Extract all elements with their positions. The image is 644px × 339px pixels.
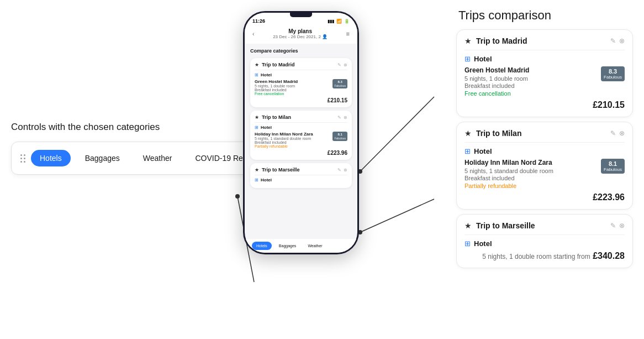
hotel-label-marseille: Hotel <box>261 178 272 182</box>
comp-hotel-label-madrid: Hotel <box>474 55 492 63</box>
hotel-score-madrid: 8.3 Fabulous <box>332 79 347 88</box>
comp-price-madrid: £210.15 <box>464 100 625 110</box>
star-icon-marseille: ★ <box>255 167 259 173</box>
hotel-grid-icon-madrid: ⊞ <box>255 72 258 77</box>
marseille-trip-name: Trip to Marseille <box>262 167 300 173</box>
comp-card-madrid: ★ Trip to Madrid ✎ ⊗ ⊞ Hotel Green Hoste… <box>456 29 633 117</box>
comp-close-icon-marseille[interactable]: ⊗ <box>619 222 625 230</box>
comparison-panel: Trips comparison ★ Trip to Madrid ✎ ⊗ ⊞ … <box>456 8 633 273</box>
comp-hotel-label-milan: Hotel <box>474 147 492 155</box>
close-icon-marseille[interactable]: ⊗ <box>344 168 347 173</box>
hotel-breakfast-milan: Breakfast included <box>255 140 332 144</box>
hotel-label-madrid: Hotel <box>261 72 272 77</box>
hotel-breakfast-madrid: Breakfast included <box>255 88 332 92</box>
hotel-label-milan: Hotel <box>261 125 272 130</box>
phone-trip-milan: ★ Trip to Milan ✎ ⊗ ⊞ Hotel <box>250 111 352 160</box>
svg-point-5 <box>235 194 240 199</box>
comp-hotel-cancellation-milan: Partially refundable <box>464 182 601 189</box>
edit-icon-marseille[interactable]: ✎ <box>337 168 341 173</box>
comp-madrid-name: Trip to Madrid <box>476 36 527 45</box>
compare-label: Compare categories <box>250 48 352 54</box>
comp-star-marseille: ★ <box>464 221 472 230</box>
svg-line-1 <box>360 97 434 171</box>
comp-hotel-name-madrid: Green Hostel Madrid <box>464 66 601 74</box>
svg-line-2 <box>360 199 434 232</box>
madrid-trip-name: Trip to Madrid <box>262 62 295 67</box>
comp-close-icon-madrid[interactable]: ⊗ <box>619 37 625 45</box>
phone-bottom-bar: Hotels Baggages Weather <box>245 239 357 253</box>
hotel-name-madrid: Green Hostel Madrid <box>255 79 332 84</box>
hotel-cancellation-madrid: Free cancellation <box>255 92 332 96</box>
phone-trip-marseille: ★ Trip to Marseille ✎ ⊗ ⊞ Hotel <box>250 163 352 188</box>
comp-hotel-grid-marseille: ⊞ <box>464 239 471 248</box>
phone-trip-madrid: ★ Trip to Madrid ✎ ⊗ ⊞ Hotel <box>250 58 352 107</box>
comparison-title: Trips comparison <box>458 8 633 23</box>
menu-icon[interactable]: ≡ <box>346 30 350 37</box>
comp-hotel-grid-madrid: ⊞ <box>464 55 471 63</box>
close-icon-milan[interactable]: ⊗ <box>344 115 347 120</box>
edit-icon-milan[interactable]: ✎ <box>337 115 341 120</box>
comp-hotel-breakfast-milan: Breakfast included <box>464 175 601 181</box>
hotel-cancellation-milan: Partially refundable <box>255 144 332 148</box>
phone-time: 11:26 <box>252 18 265 24</box>
comp-card-marseille: ★ Trip to Marseille ✎ ⊗ ⊞ Hotel 5 nights… <box>456 214 633 268</box>
hotel-name-milan: Holiday Inn Milan Nord Zara <box>255 132 332 137</box>
comp-edit-icon-marseille[interactable]: ✎ <box>610 222 616 230</box>
close-icon-madrid[interactable]: ⊗ <box>344 62 347 67</box>
hotel-grid-icon-marseille: ⊞ <box>255 178 258 182</box>
hotel-nights-milan: 5 nights, 1 standard double room <box>255 137 332 140</box>
comp-milan-name: Trip to Milan <box>476 129 521 138</box>
comp-star-milan: ★ <box>464 129 472 138</box>
comp-hotel-grid-milan: ⊞ <box>464 147 471 155</box>
star-icon-madrid: ★ <box>255 62 259 67</box>
comp-hotel-cancellation-madrid: Free cancellation <box>464 90 601 97</box>
milan-trip-name: Trip to Milan <box>262 114 291 120</box>
phone-header: ‹ My plans 23 Dec - 26 Dec 2021, 2 👤 ≡ <box>245 26 357 44</box>
drag-handle-icon[interactable] <box>20 154 25 163</box>
hotel-price-milan: £223.96 <box>255 150 347 156</box>
hotels-category-button[interactable]: Hotels <box>31 150 71 166</box>
comp-card-milan: ★ Trip to Milan ✎ ⊗ ⊞ Hotel Holiday Inn … <box>456 122 633 210</box>
weather-category-button[interactable]: Weather <box>134 150 181 166</box>
hotel-score-milan: 8.1 Fabulous <box>332 132 347 141</box>
hotel-price-madrid: £210.15 <box>255 97 347 103</box>
hotel-grid-icon-milan: ⊞ <box>255 125 258 130</box>
phone-subtitle: 23 Dec - 26 Dec 2021, 2 👤 <box>255 34 346 39</box>
hotel-nights-madrid: 5 nights, 1 double room <box>255 84 332 88</box>
comp-hotel-breakfast-madrid: Breakfast included <box>464 82 601 89</box>
baggages-category-button[interactable]: Baggages <box>76 150 129 166</box>
comp-price-milan: £223.96 <box>464 192 625 202</box>
comp-score-milan: 8.1 Fabulous <box>601 159 625 174</box>
comp-price-marseille: 5 nights, 1 double room starting from £3… <box>464 251 625 261</box>
comp-hotel-nights-madrid: 5 nights, 1 double room <box>464 75 601 82</box>
star-icon-milan: ★ <box>255 114 259 120</box>
phone-content: Compare categories ★ Trip to Madrid ✎ ⊗ <box>245 44 357 239</box>
phone-title: My plans <box>255 28 346 34</box>
comp-edit-icon-milan[interactable]: ✎ <box>610 129 616 137</box>
comp-score-madrid: 8.3 Fabulous <box>601 66 625 81</box>
edit-icon-madrid[interactable]: ✎ <box>337 62 341 67</box>
phone-mockup: 11:26 ▮▮▮ 📶 🔋 ‹ My plans 23 Dec - 26 Dec… <box>243 11 359 254</box>
comp-hotel-label-marseille: Hotel <box>474 239 492 248</box>
phone-statusbar: 11:26 ▮▮▮ 📶 🔋 <box>245 13 357 26</box>
bottom-weather-btn[interactable]: Weather <box>303 242 326 250</box>
comp-star-madrid: ★ <box>464 36 472 45</box>
comp-hotel-name-milan: Holiday Inn Milan Nord Zara <box>464 159 601 166</box>
status-icons: ▮▮▮ 📶 🔋 <box>328 19 350 24</box>
bottom-baggages-btn[interactable]: Baggages <box>275 242 301 250</box>
bottom-hotels-btn[interactable]: Hotels <box>252 242 272 250</box>
comp-hotel-nights-milan: 5 nights, 1 standard double room <box>464 168 601 174</box>
comp-edit-icon-madrid[interactable]: ✎ <box>610 37 616 45</box>
comp-close-icon-milan[interactable]: ⊗ <box>619 129 625 137</box>
comp-marseille-name: Trip to Marseille <box>476 221 535 230</box>
